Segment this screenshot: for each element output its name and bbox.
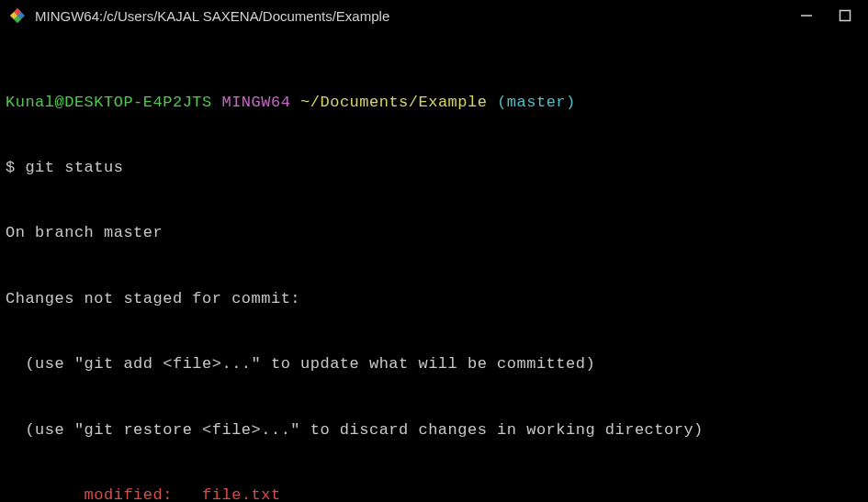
command-text: git status: [25, 159, 123, 176]
prompt-branch: (master): [497, 94, 576, 111]
command-line: $ git status: [6, 157, 862, 179]
output-line: Changes not staged for commit:: [6, 288, 862, 310]
svg-rect-5: [840, 11, 851, 21]
minimize-button[interactable]: [800, 9, 813, 22]
titlebar: MINGW64:/c/Users/KAJAL SAXENA/Documents/…: [0, 0, 868, 31]
modified-label: modified:: [6, 486, 202, 502]
output-line: (use "git restore <file>..." to discard …: [6, 419, 862, 441]
app-icon: [9, 7, 26, 24]
prompt-env: MINGW64: [221, 94, 290, 111]
terminal-area[interactable]: Kunal@DESKTOP-E4P2JTS MINGW64 ~/Document…: [0, 31, 868, 502]
output-line: On branch master: [6, 222, 862, 244]
prompt-user-host: Kunal@DESKTOP-E4P2JTS: [6, 94, 212, 111]
prompt-path: ~/Documents/Example: [300, 94, 487, 111]
maximize-button[interactable]: [839, 9, 851, 22]
window-controls: [800, 9, 859, 22]
output-line: (use "git add <file>..." to update what …: [6, 353, 862, 375]
modified-file: file.txt: [202, 486, 281, 502]
prompt-line: Kunal@DESKTOP-E4P2JTS MINGW64 ~/Document…: [6, 92, 862, 114]
modified-file-line: modified: file.txt: [6, 485, 862, 502]
window-title: MINGW64:/c/Users/KAJAL SAXENA/Documents/…: [35, 6, 800, 26]
